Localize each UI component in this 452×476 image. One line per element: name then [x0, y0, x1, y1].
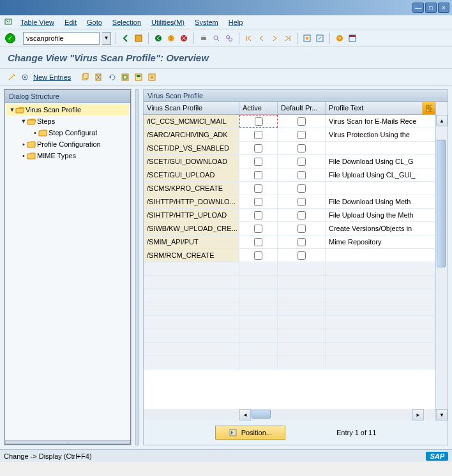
column-default[interactable]: Default Pr...	[278, 102, 326, 114]
vscroll-down-icon[interactable]: ▼	[436, 409, 448, 420]
expand-icon[interactable]: ▼	[9, 107, 15, 113]
cell-text[interactable]: Virus Protection Using the	[326, 128, 435, 141]
cell-default[interactable]	[278, 142, 326, 154]
tree-node[interactable]: ▼Virus Scan Profile	[6, 104, 129, 115]
cell-default[interactable]	[278, 168, 326, 181]
default-checkbox[interactable]	[298, 238, 306, 246]
table-row[interactable]: /IC_CCS_MCM/ICI_MAILVirus Scan for E-Mai…	[144, 115, 435, 128]
expand-icon[interactable]: ▼	[20, 118, 27, 124]
cell-profile[interactable]: /IC_CCS_MCM/ICI_MAIL	[144, 115, 239, 128]
exit-icon[interactable]	[166, 33, 176, 43]
table-row[interactable]: /SIHTTP/HTTP_DOWNLO...File Download Usin…	[144, 195, 435, 209]
select-block-icon[interactable]	[133, 72, 144, 82]
cell-active[interactable]	[239, 222, 278, 235]
cell-active[interactable]	[239, 168, 278, 181]
cell-text[interactable]: Virus Scan for E-Mails Rece	[326, 115, 435, 128]
default-checkbox[interactable]	[298, 158, 306, 166]
default-checkbox[interactable]	[298, 251, 306, 260]
cell-active[interactable]	[239, 235, 278, 248]
find-icon[interactable]	[211, 33, 222, 43]
vscroll-up-icon[interactable]: ▲	[436, 115, 448, 126]
active-checkbox[interactable]	[254, 158, 262, 166]
position-button[interactable]: Position...	[215, 426, 285, 440]
minimize-icon[interactable]: —	[412, 3, 424, 13]
cell-default[interactable]	[278, 182, 326, 195]
active-checkbox[interactable]	[254, 184, 262, 193]
print-icon[interactable]	[199, 33, 209, 43]
command-dropdown[interactable]: ▼	[102, 32, 111, 45]
select-all-icon[interactable]	[120, 72, 130, 82]
vertical-scrollbar[interactable]: ▲ ▼	[436, 102, 448, 420]
default-checkbox[interactable]	[298, 225, 306, 233]
menu-table-view[interactable]: Table View	[17, 17, 58, 27]
hscroll-left-icon[interactable]: ◄	[239, 409, 251, 420]
table-row[interactable]: /SCET/GUI_DOWNLOADFile Download Using CL…	[144, 155, 435, 168]
tree-node[interactable]: •Profile Configuration	[6, 138, 129, 150]
back-green-icon[interactable]	[153, 33, 163, 43]
cell-active[interactable]	[239, 195, 278, 208]
cell-text[interactable]: File Download Using CL_G	[326, 155, 435, 168]
table-row[interactable]: /SIWB/KW_UPLOAD_CRE...Create Versions/Ob…	[144, 222, 435, 235]
hscroll-right-icon[interactable]: ►	[412, 409, 424, 420]
new-entries-link[interactable]: New Entries	[33, 73, 71, 81]
next-page-icon[interactable]	[269, 33, 280, 43]
shortcut-icon[interactable]	[315, 33, 325, 43]
column-text[interactable]: Profile Text	[326, 102, 423, 114]
cell-text[interactable]: Mime Repository	[326, 235, 435, 248]
default-checkbox[interactable]	[298, 171, 306, 179]
cancel-icon[interactable]	[179, 33, 189, 43]
deselect-icon[interactable]	[147, 72, 157, 82]
cell-active[interactable]	[239, 142, 278, 154]
cell-active[interactable]	[239, 182, 278, 195]
undo-icon[interactable]	[107, 72, 117, 82]
tree-node[interactable]: •Step Configurat	[6, 127, 129, 138]
cell-text[interactable]: File Download Using Meth	[326, 195, 435, 208]
delete-icon[interactable]	[93, 72, 103, 82]
maximize-icon[interactable]: □	[425, 3, 437, 13]
default-checkbox[interactable]	[298, 131, 306, 139]
cell-text[interactable]: File Upload Using CL_GUI_	[326, 168, 435, 181]
cell-text[interactable]	[326, 142, 435, 154]
cell-active[interactable]	[239, 155, 278, 168]
table-row[interactable]: /SMIM_API/PUTMime Repository	[144, 235, 435, 249]
find-next-icon[interactable]	[224, 33, 234, 43]
active-checkbox[interactable]	[254, 131, 262, 139]
cell-default[interactable]	[278, 195, 326, 208]
cell-default[interactable]	[278, 222, 326, 235]
cell-text[interactable]: Create Versions/Objects in	[326, 222, 435, 235]
menu-edit[interactable]: Edit	[61, 17, 80, 27]
default-checkbox[interactable]	[298, 117, 306, 126]
cell-text[interactable]	[326, 249, 435, 262]
help-icon[interactable]: ?	[335, 33, 345, 43]
cell-active[interactable]	[239, 209, 278, 221]
toggle-display-icon[interactable]	[6, 72, 17, 82]
cell-profile[interactable]: /SRM/RCM_CREATE	[144, 249, 239, 262]
cell-default[interactable]	[278, 249, 326, 262]
table-settings-icon[interactable]	[423, 102, 435, 114]
active-checkbox[interactable]	[254, 238, 262, 246]
cell-default[interactable]	[278, 235, 326, 248]
dialog-structure-tree[interactable]: ▼Virus Scan Profile▼Steps•Step Configura…	[5, 103, 130, 439]
cell-active[interactable]	[239, 128, 278, 141]
cell-active[interactable]	[239, 115, 278, 128]
menu-dropdown-icon[interactable]	[4, 18, 14, 27]
active-checkbox[interactable]	[254, 251, 262, 260]
default-checkbox[interactable]	[298, 144, 306, 152]
prev-page-icon[interactable]	[257, 33, 267, 43]
active-checkbox[interactable]	[254, 211, 262, 219]
active-checkbox[interactable]	[254, 171, 262, 179]
cell-default[interactable]	[278, 209, 326, 221]
other-view-icon[interactable]	[20, 72, 30, 82]
first-page-icon[interactable]	[244, 33, 254, 43]
horizontal-scrollbar[interactable]: ◄ ►	[144, 409, 435, 420]
cell-profile[interactable]: /SIHTTP/HTTP_UPLOAD	[144, 209, 239, 221]
cell-profile[interactable]: /SARC/ARCHIVING_ADK	[144, 128, 239, 141]
active-checkbox[interactable]	[254, 198, 262, 206]
cell-default[interactable]	[278, 155, 326, 168]
column-active[interactable]: Active	[239, 102, 278, 114]
menu-utilities[interactable]: Utilities(M)	[147, 17, 188, 27]
menu-system[interactable]: System	[191, 17, 222, 27]
active-checkbox[interactable]	[254, 144, 262, 152]
table-row[interactable]: /SCMS/KPRO_CREATE	[144, 182, 435, 195]
save-icon[interactable]	[133, 33, 144, 43]
